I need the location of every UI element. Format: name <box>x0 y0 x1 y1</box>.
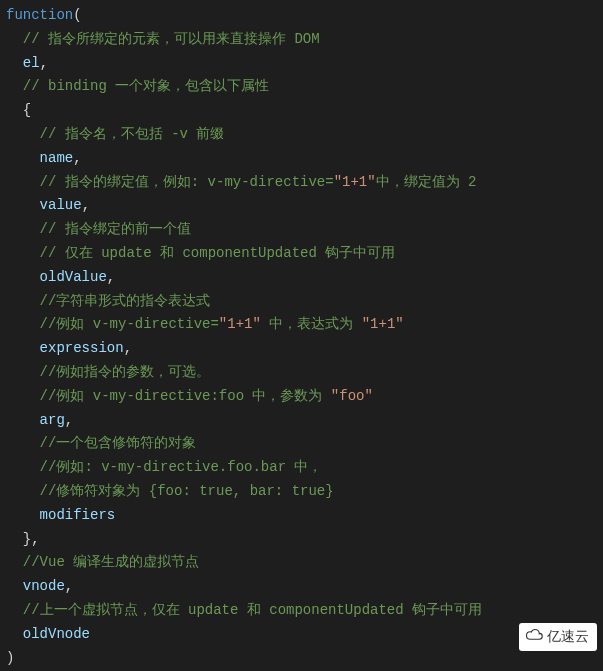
code-line: vnode, <box>6 575 603 599</box>
code-line: ) <box>6 647 603 671</box>
comma: , <box>107 269 115 285</box>
code-line: // 指令绑定的前一个值 <box>6 218 603 242</box>
code-line: //修饰符对象为 {foo: true, bar: true} <box>6 480 603 504</box>
code-line: function( <box>6 4 603 28</box>
brace-open: { <box>23 102 31 118</box>
identifier-value: value <box>40 197 82 213</box>
comment: //例如 v-my-directive:foo 中，参数为 <box>40 388 331 404</box>
code-line: // 指令所绑定的元素，可以用来直接操作 DOM <box>6 28 603 52</box>
cloud-icon <box>525 625 543 649</box>
code-line: // binding 一个对象，包含以下属性 <box>6 75 603 99</box>
paren-open: ( <box>73 7 81 23</box>
comment: 中，绑定值为 2 <box>376 174 477 190</box>
identifier-el: el <box>23 55 40 71</box>
identifier-expression: expression <box>40 340 124 356</box>
comma: , <box>65 412 73 428</box>
identifier-oldvalue: oldValue <box>40 269 107 285</box>
code-line: oldValue, <box>6 266 603 290</box>
code-line: //一个包含修饰符的对象 <box>6 432 603 456</box>
comma: , <box>73 150 81 166</box>
code-line: modifiers <box>6 504 603 528</box>
code-line: // 仅在 update 和 componentUpdated 钩子中可用 <box>6 242 603 266</box>
comma: , <box>82 197 90 213</box>
keyword-function: function <box>6 7 73 23</box>
comment: // 指令绑定的前一个值 <box>40 221 191 237</box>
code-line: //例如 v-my-directive="1+1" 中，表达式为 "1+1" <box>6 313 603 337</box>
watermark-badge: 亿速云 <box>519 623 597 651</box>
code-editor: function( // 指令所绑定的元素，可以用来直接操作 DOM el, /… <box>0 0 603 671</box>
comment: // 指令所绑定的元素，可以用来直接操作 DOM <box>23 31 320 47</box>
code-line: oldVnode <box>6 623 603 647</box>
paren-close: ) <box>6 650 14 666</box>
code-line: //例如: v-my-directive.foo.bar 中， <box>6 456 603 480</box>
comment: //修饰符对象为 {foo: true, bar: true} <box>40 483 334 499</box>
comma: , <box>65 578 73 594</box>
code-line: { <box>6 99 603 123</box>
code-line: }, <box>6 528 603 552</box>
identifier-vnode: vnode <box>23 578 65 594</box>
code-line: //字符串形式的指令表达式 <box>6 290 603 314</box>
string: "1+1" <box>362 316 404 332</box>
code-line: //上一个虚拟节点，仅在 update 和 componentUpdated 钩… <box>6 599 603 623</box>
string: "foo" <box>331 388 373 404</box>
comment: // binding 一个对象，包含以下属性 <box>23 78 269 94</box>
comment: //例如: v-my-directive.foo.bar 中， <box>40 459 323 475</box>
comment: 中，表达式为 <box>261 316 362 332</box>
identifier-modifiers: modifiers <box>40 507 116 523</box>
identifier-name: name <box>40 150 74 166</box>
comment: // 指令的绑定值，例如: v-my-directive= <box>40 174 334 190</box>
comment: //一个包含修饰符的对象 <box>40 435 197 451</box>
code-line: el, <box>6 52 603 76</box>
code-line: name, <box>6 147 603 171</box>
code-line: // 指令名，不包括 -v 前缀 <box>6 123 603 147</box>
comma: , <box>40 55 48 71</box>
identifier-oldvnode: oldVnode <box>23 626 90 642</box>
code-line: //Vue 编译生成的虚拟节点 <box>6 551 603 575</box>
code-line: expression, <box>6 337 603 361</box>
comment: //Vue 编译生成的虚拟节点 <box>23 554 199 570</box>
comment: //例如 v-my-directive= <box>40 316 219 332</box>
comment: // 仅在 update 和 componentUpdated 钩子中可用 <box>40 245 396 261</box>
string: "1+1" <box>334 174 376 190</box>
comment: //上一个虚拟节点，仅在 update 和 componentUpdated 钩… <box>23 602 482 618</box>
identifier-arg: arg <box>40 412 65 428</box>
comment: //字符串形式的指令表达式 <box>40 293 211 309</box>
comma: , <box>124 340 132 356</box>
code-line: value, <box>6 194 603 218</box>
comment: //例如指令的参数，可选。 <box>40 364 211 380</box>
brace-close: }, <box>23 531 40 547</box>
watermark-text: 亿速云 <box>547 625 589 649</box>
code-line: //例如指令的参数，可选。 <box>6 361 603 385</box>
code-line: // 指令的绑定值，例如: v-my-directive="1+1"中，绑定值为… <box>6 171 603 195</box>
comment: // 指令名，不包括 -v 前缀 <box>40 126 225 142</box>
code-line: //例如 v-my-directive:foo 中，参数为 "foo" <box>6 385 603 409</box>
code-line: arg, <box>6 409 603 433</box>
string: "1+1" <box>219 316 261 332</box>
